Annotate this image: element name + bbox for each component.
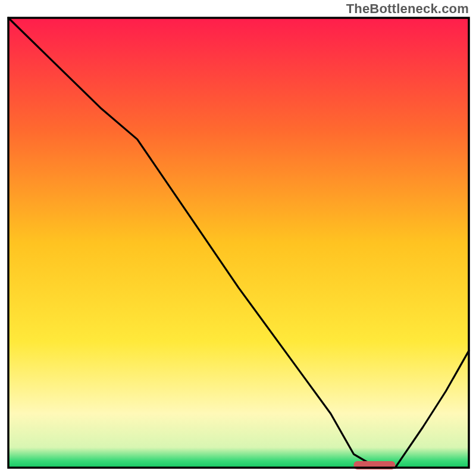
watermark-label: TheBottleneck.com [346, 1, 469, 17]
plot-area [8, 18, 469, 469]
bottleneck-chart [0, 0, 476, 476]
